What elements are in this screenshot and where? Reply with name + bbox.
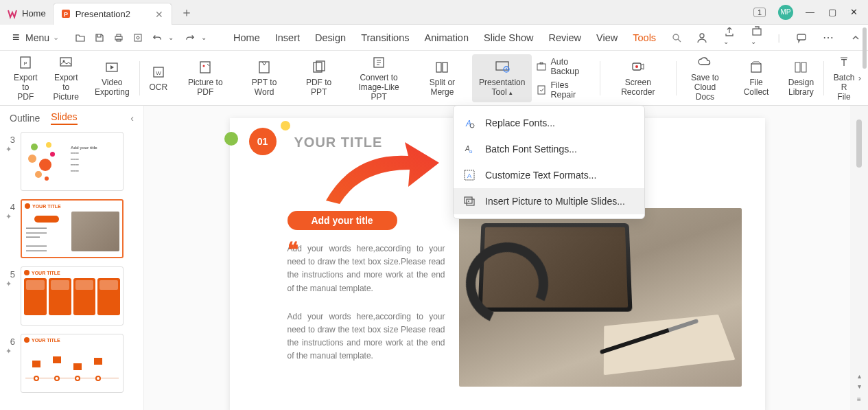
subtitle-pill[interactable]: Add your title [288,211,397,230]
wps-logo-icon [7,8,18,19]
thumb-row-3: 3 ✦ Add your title━━━━━━━━━━━━ [5,132,138,191]
svg-rect-19 [200,62,210,73]
share-icon[interactable]: ⌄ [723,25,736,50]
slide-thumbnail-6[interactable]: YOUR TITLE [21,334,124,393]
screen-recorder-button[interactable]: Screen Recorder [603,54,673,102]
split-label: Split or Merge [419,78,465,97]
redo-icon[interactable] [184,32,196,44]
document-tab[interactable]: P Presentation2 ✕ [53,3,172,25]
animation-star-icon: ✦ [5,280,15,288]
customize-text-item[interactable]: A Customize Text Formats... [454,162,644,188]
hero-image[interactable] [459,208,742,387]
picture-to-pdf-button[interactable]: Picture to PDF [174,54,236,102]
export-icon[interactable]: ⌄ [751,25,763,50]
tab-review[interactable]: Review [549,32,582,43]
convert-image-button[interactable]: Convert to Image-Like PPT [345,54,412,102]
file-collect-button[interactable]: File Collect [731,54,781,102]
auto-backup-button[interactable]: Auto Backup [536,57,593,76]
tab-transitions[interactable]: Transitions [361,32,409,43]
presentation-tool-label: Presentation Tool ▴ [479,78,525,97]
outline-tab[interactable]: Outline [10,113,40,124]
new-tab-button[interactable]: ＋ [176,4,197,21]
collapse-ribbon-icon[interactable] [850,32,861,43]
tab-home[interactable]: Home [233,32,260,43]
svg-rect-30 [538,86,545,94]
ribbon-overflow-button[interactable]: › [854,73,865,84]
collapse-panel-icon[interactable]: ‹ [130,113,134,124]
vertical-scrollbar[interactable] [856,119,862,168]
comment-icon[interactable] [795,32,808,44]
ocr-button[interactable]: W OCR [143,54,175,102]
slide-columns: ❝ Add your words here,according to your … [253,242,742,387]
more-icon[interactable]: ⋯ [823,31,835,44]
presentation-tool-button[interactable]: Presentation Tool ▴ [472,54,532,102]
right-rail: ▴ ▾ ≡ [850,106,868,410]
text-column[interactable]: ❝ Add your words here,according to your … [253,242,445,387]
ocr-icon: W [151,65,166,80]
close-window-button[interactable]: ✕ [850,7,858,17]
convert-icon [371,55,386,70]
video-export-button[interactable]: Video Exporting [88,54,137,102]
undo-icon[interactable] [151,32,163,44]
batch-font-item[interactable]: Ao Batch Font Settings... [454,136,644,162]
window-count-badge[interactable]: 1 [753,8,766,17]
slides-tab[interactable]: Slides [51,111,77,125]
library-label: Design Library [788,78,814,97]
svg-point-7 [673,34,679,40]
pdf-ppt-icon [312,60,327,75]
files-repair-button[interactable]: Files Repair [536,80,593,100]
minimize-button[interactable]: — [806,7,814,17]
tab-animation[interactable]: Animation [425,32,469,43]
decoration-circle [224,132,238,146]
tab-design[interactable]: Design [315,32,346,43]
redo-dropdown-icon[interactable]: ⌄ [198,32,210,44]
search-icon[interactable] [671,32,682,43]
export-pdf-button[interactable]: P Export to PDF [7,54,45,102]
tab-view[interactable]: View [596,32,618,43]
save-cloud-button[interactable]: Save to Cloud Docs [679,54,731,102]
slide-panel: Outline Slides ‹ 3 ✦ [0,106,144,410]
quick-access-toolbar: ⌄ ⌄ [74,32,210,44]
user-avatar[interactable]: MP [778,5,793,20]
app-menu-button[interactable]: Menu ⌄ [7,30,64,46]
svg-text:A: A [467,172,471,179]
paragraph-1: Add your words here,according to your ne… [288,242,445,295]
open-icon[interactable] [74,32,86,44]
undo-dropdown-icon[interactable]: ⌄ [165,32,177,44]
tab-slideshow[interactable]: Slide Show [484,32,534,43]
pdf-ppt-label: PDF to PPT [299,78,339,97]
collect-icon [749,60,764,75]
ppt-to-word-button[interactable]: PPT to Word [236,54,292,102]
thumb-row-4: 4 ✦ YOUR TITLE ▬▬▬▬▬▬▬▬▬▬▬▬▬▬▬▬▬▬▬▬▬▬▬▬▬… [5,199,138,258]
close-tab-icon[interactable]: ✕ [155,9,165,19]
scroll-up-icon[interactable]: ▴ [858,372,861,380]
slide-thumbnail-3[interactable]: Add your title━━━━━━━━━━━━ [21,132,124,191]
print-icon[interactable] [113,32,125,44]
maximize-button[interactable]: ▢ [828,7,836,17]
slide-thumbnail-5[interactable]: YOUR TITLE [21,266,124,326]
pic-to-pdf-icon [198,60,213,75]
export-picture-button[interactable]: Export to Picture [45,54,88,102]
slide-thumbnail-4[interactable]: YOUR TITLE ▬▬▬▬▬▬▬▬▬▬▬▬▬▬▬▬▬▬▬▬▬▬▬▬▬▬▬▬ [21,199,124,258]
rename-icon: T [836,55,852,70]
account-icon[interactable] [696,32,708,44]
slide-nav-icon[interactable]: ≡ [857,396,861,403]
replace-fonts-item[interactable]: A Replace Fonts... [454,110,644,136]
picture-icon [58,55,73,70]
split-merge-button[interactable]: Split or Merge [412,54,472,102]
video-export-label: Video Exporting [95,78,130,97]
home-tab[interactable]: Home [0,3,53,25]
pdf-to-ppt-button[interactable]: PDF to PPT [292,54,346,102]
tab-tools[interactable]: Tools [633,32,656,43]
print-preview-icon[interactable] [132,32,144,44]
scroll-down-icon[interactable]: ▾ [858,383,861,390]
slide-number: 6 [5,334,15,347]
animation-star-icon: ✦ [5,212,15,221]
insert-picture-multiple-item[interactable]: Insert Picture to Multiple Slides... [454,188,644,214]
design-library-button[interactable]: Design Library [782,54,821,102]
save-icon[interactable] [93,32,106,44]
tab-insert[interactable]: Insert [275,32,300,43]
image-column [459,242,742,387]
thumbnail-scrollbar[interactable] [863,27,867,69]
svg-text:P: P [64,11,68,18]
